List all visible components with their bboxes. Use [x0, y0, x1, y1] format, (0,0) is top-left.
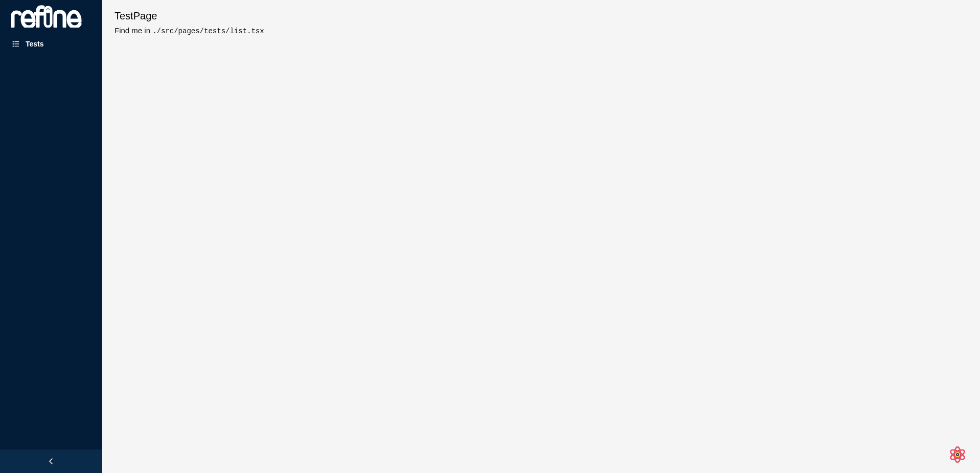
sidebar-item-tests[interactable]: Tests — [0, 36, 102, 52]
react-query-devtools-button[interactable] — [948, 445, 967, 464]
list-icon — [12, 40, 19, 48]
sidebar: Tests — [0, 0, 102, 473]
main-content: TestPage Find me in ./src/pages/tests/li… — [102, 0, 980, 473]
sidebar-nav: Tests — [0, 35, 102, 450]
sidebar-collapse-button[interactable] — [0, 450, 102, 473]
subtitle-prefix: Find me in — [115, 26, 152, 35]
svg-point-1 — [46, 9, 50, 13]
svg-point-5 — [13, 41, 13, 42]
page-subtitle: Find me in ./src/pages/tests/list.tsx — [115, 26, 968, 35]
sidebar-item-label: Tests — [26, 40, 44, 48]
app-layout: Tests TestPage Find me in ./src/pages/te… — [0, 0, 980, 473]
react-query-icon — [948, 445, 967, 464]
logo[interactable] — [0, 0, 102, 35]
chevron-left-icon — [49, 458, 54, 464]
svg-point-6 — [13, 43, 13, 44]
page-title: TestPage — [115, 10, 968, 22]
svg-point-13 — [957, 454, 959, 456]
svg-point-7 — [13, 46, 13, 46]
subtitle-path: ./src/pages/tests/list.tsx — [152, 27, 264, 35]
refine-logo — [11, 5, 90, 28]
